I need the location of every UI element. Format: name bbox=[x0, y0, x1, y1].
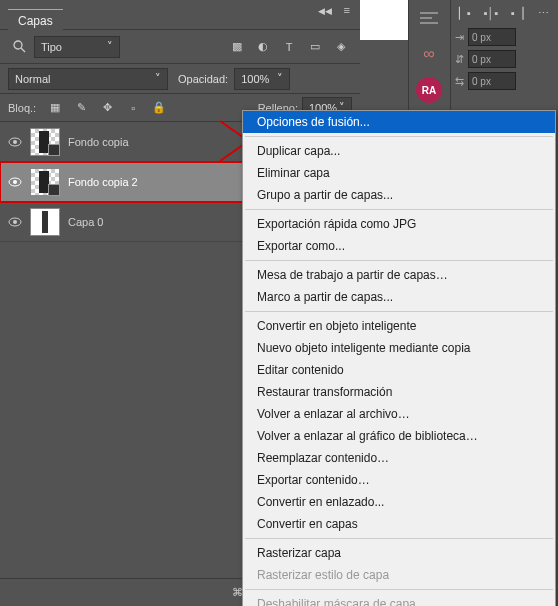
filter-shape-icon[interactable]: ▭ bbox=[304, 36, 326, 58]
menu-item[interactable]: Volver a enlazar al archivo… bbox=[243, 403, 555, 425]
menu-item[interactable]: Marco a partir de capas... bbox=[243, 286, 555, 308]
spacing-h-icon: ⇥ bbox=[455, 31, 464, 44]
menu-separator bbox=[245, 538, 553, 539]
menu-item[interactable]: Exportación rápida como JPG bbox=[243, 213, 555, 235]
menu-item[interactable]: Convertir en enlazado... bbox=[243, 491, 555, 513]
menu-separator bbox=[245, 589, 553, 590]
filter-smart-icon[interactable]: ◈ bbox=[330, 36, 352, 58]
menu-item: Rasterizar estilo de capa bbox=[243, 564, 555, 586]
panel-menu-icon[interactable]: ≡ bbox=[344, 4, 350, 16]
menu-item[interactable]: Nuevo objeto inteligente mediante copia bbox=[243, 337, 555, 359]
menu-item: Deshabilitar máscara de capa bbox=[243, 593, 555, 606]
lock-artboard-icon[interactable]: ▫ bbox=[122, 97, 144, 119]
visibility-icon[interactable] bbox=[8, 175, 22, 189]
lock-brush-icon[interactable]: ✎ bbox=[70, 97, 92, 119]
opacity-value: 100% bbox=[241, 73, 269, 85]
filter-pixel-icon[interactable]: ▩ bbox=[226, 36, 248, 58]
opacity-dropdown[interactable]: 100% ˅ bbox=[234, 68, 290, 90]
menu-item[interactable]: Convertir en objeto inteligente bbox=[243, 315, 555, 337]
spacing-icon: ⇆ bbox=[455, 75, 464, 88]
layer-thumbnail[interactable] bbox=[30, 208, 60, 236]
blend-toolbar: Normal ˅ Opacidad: 100% ˅ bbox=[0, 64, 360, 94]
menu-item[interactable]: Duplicar capa... bbox=[243, 140, 555, 162]
layer-thumbnail[interactable] bbox=[30, 168, 60, 196]
opacity-label: Opacidad: bbox=[178, 73, 228, 85]
menu-item[interactable]: Opciones de fusión... bbox=[243, 111, 555, 133]
svg-line-1 bbox=[21, 48, 25, 52]
svg-point-7 bbox=[13, 220, 17, 224]
visibility-icon[interactable] bbox=[8, 135, 22, 149]
spacing-input[interactable] bbox=[468, 50, 516, 68]
ra-badge[interactable]: RA bbox=[409, 72, 449, 108]
chevron-down-icon: ˅ bbox=[155, 72, 161, 85]
spacing-row: ⇵ bbox=[455, 50, 554, 68]
align-center-icon[interactable]: ▪│▪ bbox=[481, 4, 501, 22]
menu-separator bbox=[245, 209, 553, 210]
infinity-icon[interactable]: ∞ bbox=[409, 36, 449, 72]
blend-mode-value: Normal bbox=[15, 73, 50, 85]
layer-thumbnail[interactable] bbox=[30, 128, 60, 156]
menu-separator bbox=[245, 136, 553, 137]
svg-point-0 bbox=[14, 41, 22, 49]
panel-tab-layers[interactable]: Capas bbox=[8, 9, 63, 32]
filter-text-icon[interactable]: T bbox=[278, 36, 300, 58]
lock-position-icon[interactable]: ✥ bbox=[96, 97, 118, 119]
filter-adjust-icon[interactable]: ◐ bbox=[252, 36, 274, 58]
menu-item[interactable]: Volver a enlazar al gráfico de bibliotec… bbox=[243, 425, 555, 447]
filter-toolbar: Tipo ˅ ▩ ◐ T ▭ ◈ bbox=[0, 30, 360, 64]
collapse-icon[interactable]: ◀◀ bbox=[318, 6, 332, 16]
menu-item[interactable]: Grupo a partir de capas... bbox=[243, 184, 555, 206]
layer-context-menu: Opciones de fusión...Duplicar capa...Eli… bbox=[242, 110, 556, 606]
menu-item[interactable]: Restaurar transformación bbox=[243, 381, 555, 403]
menu-item[interactable]: Mesa de trabajo a partir de capas… bbox=[243, 264, 555, 286]
visibility-icon[interactable] bbox=[8, 215, 22, 229]
spacing-input[interactable] bbox=[468, 72, 516, 90]
canvas-area bbox=[360, 0, 410, 40]
lock-transparent-icon[interactable]: ▦ bbox=[44, 97, 66, 119]
align-right-icon[interactable]: ▪▕ bbox=[507, 4, 527, 22]
filter-type-dropdown[interactable]: Tipo ˅ bbox=[34, 36, 120, 58]
menu-item[interactable]: Editar contenido bbox=[243, 359, 555, 381]
search-icon[interactable] bbox=[8, 36, 30, 58]
svg-point-3 bbox=[13, 140, 17, 144]
menu-separator bbox=[245, 260, 553, 261]
spacing-row: ⇆ bbox=[455, 72, 554, 90]
panel-header: Capas ◀◀ ≡ bbox=[0, 0, 360, 30]
menu-item[interactable]: Exportar contenido… bbox=[243, 469, 555, 491]
chevron-down-icon: ˅ bbox=[277, 72, 283, 85]
more-icon[interactable]: ⋯ bbox=[533, 4, 553, 22]
align-icon[interactable] bbox=[409, 0, 449, 36]
menu-item[interactable]: Eliminar capa bbox=[243, 162, 555, 184]
menu-separator bbox=[245, 311, 553, 312]
menu-item[interactable]: Exportar como... bbox=[243, 235, 555, 257]
chevron-down-icon: ˅ bbox=[107, 40, 113, 53]
layer-name: Fondo copia 2 bbox=[68, 176, 138, 188]
lock-all-icon[interactable]: 🔒 bbox=[148, 97, 170, 119]
spacing-v-icon: ⇵ bbox=[455, 53, 464, 66]
blend-mode-dropdown[interactable]: Normal ˅ bbox=[8, 68, 168, 90]
menu-item[interactable]: Reemplazar contenido… bbox=[243, 447, 555, 469]
filter-type-label: Tipo bbox=[41, 41, 62, 53]
lock-label: Bloq.: bbox=[8, 102, 36, 114]
spacing-input[interactable] bbox=[468, 28, 516, 46]
layer-name: Fondo copia bbox=[68, 136, 129, 148]
menu-item[interactable]: Rasterizar capa bbox=[243, 542, 555, 564]
align-left-icon[interactable]: ▏▪ bbox=[455, 4, 475, 22]
spacing-row: ⇥ bbox=[455, 28, 554, 46]
menu-item[interactable]: Convertir en capas bbox=[243, 513, 555, 535]
layer-name: Capa 0 bbox=[68, 216, 103, 228]
svg-point-5 bbox=[13, 180, 17, 184]
